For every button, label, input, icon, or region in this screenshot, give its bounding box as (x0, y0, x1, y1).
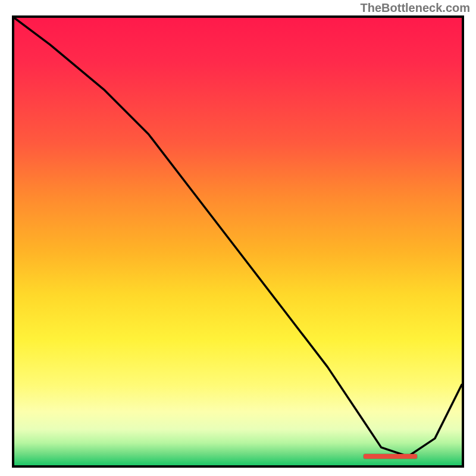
plot-area (12, 15, 464, 468)
chart-container: TheBottleneck.com (0, 0, 476, 476)
watermark-text: TheBottleneck.com (361, 1, 470, 15)
bottleneck-curve-line (14, 18, 462, 456)
line-plot-svg (14, 18, 462, 465)
optimal-range-marker (364, 454, 417, 459)
